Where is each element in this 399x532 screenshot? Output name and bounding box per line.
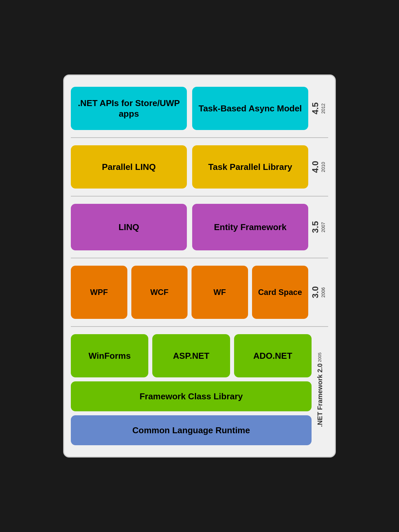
version-35-label: 3.5 2007 [308, 199, 328, 255]
task-parallel-block: Task Parallel Library [192, 145, 308, 189]
adonet-block: ADO.NET [234, 334, 312, 377]
entity-framework-block: Entity Framework [192, 204, 308, 250]
parallel-linq-block: Parallel LINQ [71, 145, 187, 189]
net-framework-content: WinForms ASP.NET ADO.NET Framework Class… [71, 330, 312, 450]
linq-block: LINQ [71, 204, 187, 250]
aspnet-block: ASP.NET [152, 334, 230, 377]
card-space-block: Card Space [252, 266, 309, 319]
row-35: LINQ Entity Framework 3.5 2007 [71, 199, 328, 255]
version-40-label: 4.0 2010 [308, 141, 328, 193]
fcl-block: Framework Class Library [71, 381, 312, 411]
version-45-label: 4.5 2012 [308, 82, 328, 135]
net-framework-section: WinForms ASP.NET ADO.NET Framework Class… [71, 330, 328, 450]
task-async-block: Task-Based Async Model [192, 87, 308, 130]
diagram-container: .NET APIs for Store/UWP apps Task-Based … [63, 74, 336, 458]
clr-block: Common Language Runtime [71, 415, 312, 445]
wpf-block: WPF [71, 266, 127, 319]
row-45: .NET APIs for Store/UWP apps Task-Based … [71, 82, 328, 135]
version-30-label: 3.0 2006 [308, 261, 328, 324]
net-framework-label: .NET Framework 2.0 2005 [312, 330, 328, 450]
net-top-row: WinForms ASP.NET ADO.NET [71, 334, 312, 377]
wcf-block: WCF [131, 266, 188, 319]
row-30: WPF WCF WF Card Space 3.0 2006 [71, 261, 328, 324]
winforms-block: WinForms [71, 334, 148, 377]
row-40: Parallel LINQ Task Parallel Library 4.0 … [71, 141, 328, 193]
net-apis-block: .NET APIs for Store/UWP apps [71, 87, 187, 130]
wf-block: WF [192, 266, 248, 319]
